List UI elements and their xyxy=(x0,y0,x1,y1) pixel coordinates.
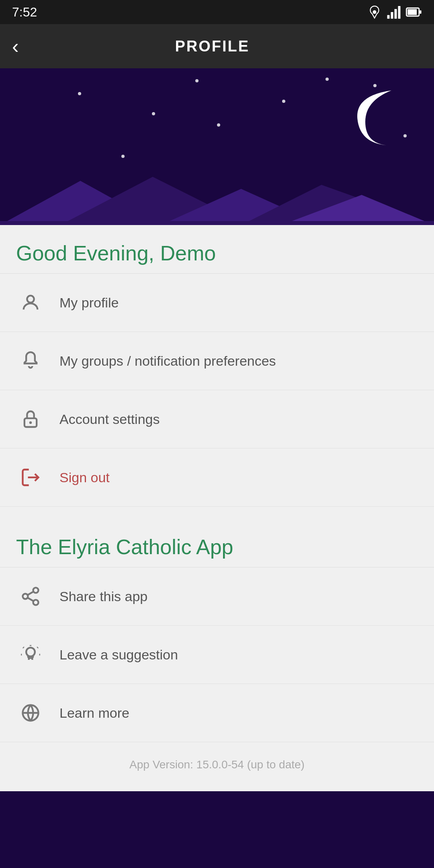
star-3 xyxy=(282,100,285,103)
profile-section-header: Good Evening, Demo xyxy=(0,225,434,274)
my-groups-label: My groups / notification preferences xyxy=(59,353,276,369)
star-6 xyxy=(78,92,81,95)
svg-point-18 xyxy=(33,588,39,593)
star-2 xyxy=(326,78,329,81)
menu-item-my-groups[interactable]: My groups / notification preferences xyxy=(0,332,434,390)
app-bar: ‹ PROFILE xyxy=(0,24,434,68)
svg-line-28 xyxy=(23,647,24,648)
back-button[interactable]: ‹ xyxy=(12,35,19,58)
svg-point-16 xyxy=(29,421,32,424)
star-7 xyxy=(121,155,125,158)
status-bar: 7:52 xyxy=(0,0,434,24)
learn-more-label: Learn more xyxy=(59,705,129,721)
lock-icon xyxy=(16,405,45,434)
svg-line-30 xyxy=(37,647,38,648)
antenna-icon xyxy=(367,5,382,19)
svg-rect-2 xyxy=(391,12,393,19)
bulb-icon xyxy=(16,640,45,669)
svg-rect-1 xyxy=(387,15,390,19)
share-app-label: Share this app xyxy=(59,589,147,604)
moon-icon xyxy=(350,84,402,149)
menu-item-sign-out[interactable]: Sign out xyxy=(0,448,434,507)
greeting-title: Good Evening, Demo xyxy=(16,242,216,265)
version-text: App Version: 15.0.0-54 (up to date) xyxy=(0,742,434,791)
menu-item-account-settings[interactable]: Account settings xyxy=(0,390,434,448)
star-4 xyxy=(217,123,220,127)
globe-icon xyxy=(16,698,45,727)
svg-rect-6 xyxy=(407,9,417,15)
battery-icon xyxy=(406,5,422,19)
star-1 xyxy=(195,79,199,82)
mountains-illustration xyxy=(0,173,434,225)
svg-rect-4 xyxy=(398,6,401,19)
bell-icon xyxy=(16,346,45,375)
app-section-title: The Elyria Catholic App xyxy=(16,535,233,559)
menu-item-my-profile[interactable]: My profile xyxy=(0,274,434,332)
person-icon xyxy=(16,288,45,317)
menu-item-share-app[interactable]: Share this app xyxy=(0,567,434,626)
svg-line-22 xyxy=(28,592,34,595)
content-area: Good Evening, Demo My profile My groups … xyxy=(0,225,434,791)
share-icon xyxy=(16,582,45,611)
signout-icon xyxy=(16,463,45,492)
svg-line-21 xyxy=(28,598,34,601)
menu-item-suggestion[interactable]: Leave a suggestion xyxy=(0,626,434,684)
star-5 xyxy=(403,134,407,137)
svg-point-19 xyxy=(23,594,28,599)
svg-rect-13 xyxy=(0,221,434,225)
hero-banner xyxy=(0,68,434,225)
status-time: 7:52 xyxy=(12,5,37,20)
menu-item-learn-more[interactable]: Learn more xyxy=(0,684,434,742)
page-title: PROFILE xyxy=(31,38,394,55)
svg-point-23 xyxy=(26,648,35,657)
star-9 xyxy=(152,112,155,115)
svg-rect-3 xyxy=(395,9,397,19)
bottom-banner xyxy=(0,791,434,868)
sign-out-label: Sign out xyxy=(59,470,110,485)
status-icons xyxy=(367,5,422,19)
svg-rect-7 xyxy=(420,10,421,14)
account-settings-label: Account settings xyxy=(59,411,160,427)
signal-icon xyxy=(387,5,401,19)
my-profile-label: My profile xyxy=(59,295,119,311)
svg-point-0 xyxy=(373,10,377,14)
svg-point-20 xyxy=(33,600,39,605)
suggestion-label: Leave a suggestion xyxy=(59,647,178,663)
svg-point-14 xyxy=(27,296,34,303)
app-section-header: The Elyria Catholic App xyxy=(0,519,434,567)
